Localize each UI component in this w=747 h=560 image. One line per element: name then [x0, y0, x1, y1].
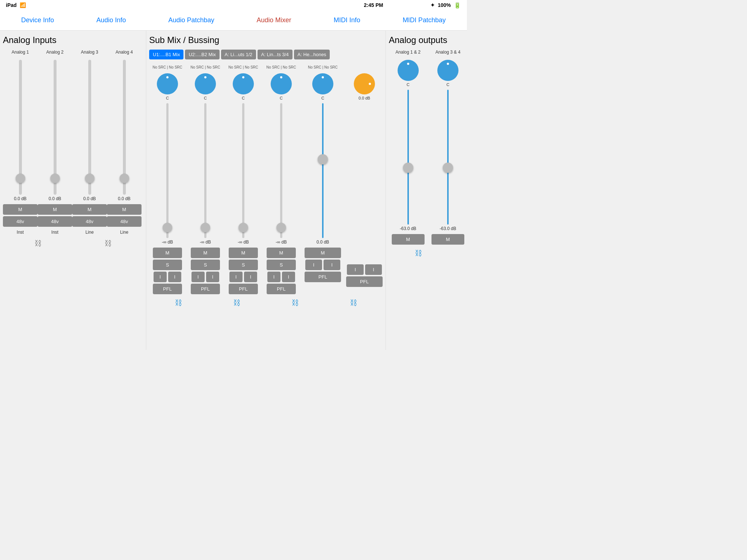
submix-ch3-src: No SRC | No SRC — [228, 65, 258, 71]
submix-ch3-i1[interactable]: I — [229, 272, 243, 282]
submix-ch3-mute[interactable]: M — [229, 248, 258, 258]
submix-links: ⛓ ⛓ ⛓ ⛓ — [149, 299, 383, 307]
ch4-mute-btn[interactable]: M — [107, 204, 142, 215]
ch4-phantom-btn[interactable]: 48v — [107, 216, 142, 227]
submix-ch6-i-row: I I — [347, 264, 382, 275]
submix-link-1: ⛓ — [175, 299, 182, 307]
submix-ch2-pfl[interactable]: PFL — [191, 284, 220, 294]
submix-ch3-solo[interactable]: S — [229, 260, 258, 270]
nav-midi-patchbay[interactable]: MIDI Patchbay — [398, 15, 450, 26]
ch4-type: Line — [120, 230, 128, 235]
ch1-phantom-btn[interactable]: 48v — [3, 216, 38, 227]
nav-audio-patchbay[interactable]: Audio Patchbay — [164, 15, 218, 26]
submix-tab-4[interactable]: A: Lin...ts 3/4 — [258, 50, 293, 59]
submix-ch5-i1[interactable]: I — [305, 260, 322, 270]
submix-ch3-db: -∞ dB — [238, 240, 249, 245]
submix-tab-1[interactable]: U1:....B1 Mix — [149, 50, 183, 59]
submix-tab-5[interactable]: A: He...hones — [294, 50, 330, 59]
out-ch1-mute[interactable]: M — [392, 234, 425, 245]
submix-ch4-mute[interactable]: M — [267, 248, 296, 258]
ch3-mute-row: M — [72, 204, 107, 215]
ch2-fader-handle[interactable] — [50, 174, 60, 183]
submix-ch5-i2[interactable]: I — [324, 260, 340, 270]
ch3-fader-handle[interactable] — [85, 174, 94, 183]
submix-ch2-db: -∞ dB — [200, 240, 211, 245]
analog-outputs-section: Analog outputs Analog 1 & 2 C -63.0 dB M… — [386, 31, 467, 350]
submix-ch4-knob[interactable] — [271, 73, 292, 94]
submix-ch6-knob[interactable] — [354, 73, 375, 94]
ch3-db: 0.0 dB — [83, 196, 96, 201]
submix-ch5-knob[interactable] — [312, 73, 333, 94]
submix-ch1-i2[interactable]: I — [168, 272, 181, 282]
ch2-db: 0.0 dB — [49, 196, 61, 201]
submix-ch1-src: No SRC | No SRC — [152, 65, 182, 71]
nav-audio-mixer[interactable]: Audio Mixer — [252, 15, 296, 26]
out-ch2-value: C — [446, 82, 449, 87]
submix-ch1-i1[interactable]: I — [154, 272, 167, 282]
analog-input-4: Analog 4 0.0 dB M 48v Line — [107, 50, 142, 235]
out-ch1-label: Analog 1 & 2 — [395, 50, 421, 57]
submix-link-2: ⛓ — [233, 299, 240, 307]
ch1-fader-handle[interactable] — [16, 174, 25, 183]
bluetooth-icon: ✦ — [430, 2, 435, 8]
submix-ch3-fader[interactable] — [239, 223, 248, 232]
submix-ch4-i1[interactable]: I — [267, 272, 280, 282]
submix-ch6-pfl[interactable]: PFL — [346, 276, 383, 287]
submix-tab-2[interactable]: U2:....B2 Mix — [185, 50, 219, 59]
submix-ch3-i2[interactable]: I — [244, 272, 257, 282]
submix-ch4-i2[interactable]: I — [282, 272, 295, 282]
out-ch2-fader[interactable] — [443, 163, 453, 173]
out-ch1-fader[interactable] — [403, 163, 413, 173]
out-ch1-knob[interactable] — [398, 60, 419, 81]
analog-input-1: Analog 1 0.0 dB M 48v Inst — [3, 50, 38, 235]
submix-ch5-pfl[interactable]: PFL — [305, 272, 341, 282]
submix-ch3-i-row: I I — [229, 272, 257, 282]
analog-outputs-channels: Analog 1 & 2 C -63.0 dB M Analog 3 & 4 C — [389, 50, 467, 245]
submix-ch5-fader[interactable] — [318, 154, 328, 164]
nav-audio-info[interactable]: Audio Info — [92, 15, 130, 26]
submix-ch2-i-row: I I — [191, 272, 219, 282]
submix-ch5-mute[interactable]: M — [305, 248, 341, 258]
submix-tab-3[interactable]: A: Li...uts 1/2 — [221, 50, 256, 59]
ch2-type: Inst — [51, 230, 58, 235]
submix-ch4-pfl[interactable]: PFL — [267, 284, 296, 294]
ch2-phantom-btn[interactable]: 48v — [38, 216, 72, 227]
submix-ch6-i1[interactable]: I — [347, 264, 364, 275]
submix-ch2-knob[interactable] — [195, 73, 216, 94]
analog-inputs-title: Analog Inputs — [3, 35, 143, 45]
submix-section: Sub Mix / Bussing U1:....B1 Mix U2:....B… — [146, 31, 386, 350]
analog-inputs-section: Analog Inputs Analog 1 0.0 dB M 48v Inst — [0, 31, 146, 350]
out-ch2-knob[interactable] — [437, 60, 458, 81]
wifi-icon: 📶 — [20, 2, 26, 8]
submix-ch5-db: 0.0 dB — [317, 240, 329, 245]
submix-ch4-solo[interactable]: S — [267, 260, 296, 270]
submix-ch2-solo[interactable]: S — [191, 260, 220, 270]
submix-ch3-pfl[interactable]: PFL — [229, 284, 258, 294]
submix-ch1-mute[interactable]: M — [153, 248, 182, 258]
submix-ch1-solo[interactable]: S — [153, 260, 182, 270]
ch2-mute-btn[interactable]: M — [38, 204, 72, 215]
submix-ch3-knob[interactable] — [233, 73, 254, 94]
ch4-fader-handle[interactable] — [120, 174, 129, 183]
submix-ch2-i2[interactable]: I — [206, 272, 219, 282]
submix-ch2-i1[interactable]: I — [191, 272, 205, 282]
nav-device-info[interactable]: Device Info — [17, 15, 58, 26]
submix-ch4-src: No SRC | No SRC — [266, 65, 296, 71]
submix-ch6-i2[interactable]: I — [365, 264, 382, 275]
main-content: Analog Inputs Analog 1 0.0 dB M 48v Inst — [0, 31, 467, 350]
submix-ch1-knob[interactable] — [157, 73, 178, 94]
ch3-phantom-btn[interactable]: 48v — [72, 216, 107, 227]
out-ch2-mute[interactable]: M — [431, 234, 464, 245]
ch1-mute-btn[interactable]: M — [3, 204, 38, 215]
ch4-db: 0.0 dB — [118, 196, 131, 201]
submix-ch1-fader[interactable] — [163, 223, 172, 232]
submix-ch2-fader[interactable] — [201, 223, 210, 232]
submix-ch4: No SRC | No SRC C -∞ dB M S I I PFL — [263, 65, 299, 294]
submix-ch4-fader[interactable] — [276, 223, 286, 232]
nav-midi-info[interactable]: MIDI Info — [329, 15, 365, 26]
submix-ch1-pfl[interactable]: PFL — [153, 284, 182, 294]
submix-ch2-mute[interactable]: M — [191, 248, 220, 258]
ch1-label: Analog 1 — [12, 50, 29, 57]
ch3-mute-btn[interactable]: M — [72, 204, 107, 215]
ch1-mute-row: M — [3, 204, 38, 215]
